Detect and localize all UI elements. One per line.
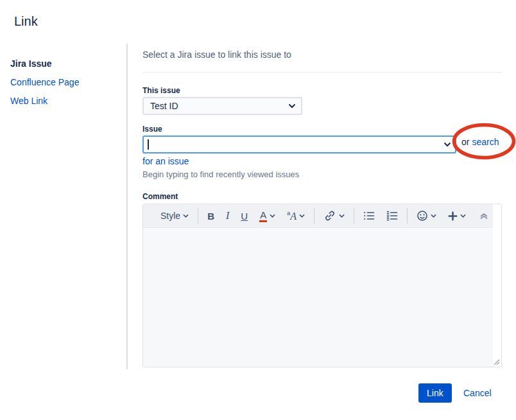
toolbar-separator	[314, 208, 314, 223]
text-cursor	[148, 139, 149, 150]
style-dropdown[interactable]: Style	[155, 204, 194, 227]
style-dropdown-label: Style	[160, 211, 180, 221]
chevron-down-icon	[443, 142, 451, 147]
collapse-toolbar-button[interactable]	[479, 204, 493, 227]
link-button[interactable]: Link	[418, 383, 452, 403]
sidebar-item-confluence-page[interactable]: Confluence Page	[10, 77, 79, 87]
text-color-dropdown[interactable]: A	[254, 204, 281, 227]
italic-icon: I	[226, 210, 229, 222]
chevron-down-icon	[288, 103, 296, 109]
text-color-icon: A	[259, 210, 267, 222]
font-size-icon: aA	[287, 210, 297, 222]
sidebar-item-jira-issue[interactable]: Jira Issue	[10, 58, 52, 69]
numbered-list-icon	[386, 211, 398, 221]
chevron-down-icon	[460, 214, 466, 218]
emoji-dropdown[interactable]	[411, 204, 442, 227]
italic-button[interactable]: I	[220, 204, 235, 227]
chevron-down-icon	[431, 214, 436, 218]
underline-icon: U	[241, 211, 248, 222]
bullet-list-button[interactable]	[357, 204, 381, 227]
underline-button[interactable]: U	[235, 204, 254, 227]
chevron-down-icon	[299, 214, 305, 218]
comment-editor: Style B I U A aA	[142, 204, 502, 367]
comment-textarea[interactable]	[143, 229, 493, 367]
dialog-description: Select a Jira issue to link this issue t…	[142, 49, 291, 60]
chevron-down-icon	[339, 214, 345, 218]
comment-label: Comment	[142, 192, 178, 201]
chevron-down-icon	[270, 214, 275, 218]
or-text: or	[461, 137, 469, 147]
dialog-title: Link	[14, 14, 38, 29]
horizontal-rule	[142, 72, 502, 73]
toolbar-separator	[198, 208, 198, 223]
cancel-button[interactable]: Cancel	[463, 388, 492, 398]
resize-handle-icon[interactable]	[492, 358, 500, 365]
issue-label: Issue	[142, 125, 162, 134]
font-size-dropdown[interactable]: aA	[281, 204, 311, 227]
collapse-toolbar-icon	[479, 212, 489, 220]
insert-more-dropdown[interactable]	[442, 204, 472, 227]
this-issue-label: This issue	[142, 86, 180, 95]
bullet-list-icon	[363, 211, 375, 221]
link-icon	[323, 209, 336, 222]
toolbar-separator	[354, 208, 354, 223]
plus-icon	[448, 211, 458, 221]
search-for-issue-link-wrap[interactable]: for an issue	[142, 156, 189, 166]
bold-icon: B	[207, 211, 214, 222]
issue-combobox-input[interactable]	[142, 136, 456, 153]
editor-scrollbar-gutter[interactable]	[493, 204, 501, 367]
sidebar-item-web-link[interactable]: Web Link	[10, 96, 47, 106]
insert-link-dropdown[interactable]	[318, 204, 350, 227]
or-search-text: orsearch	[461, 137, 499, 147]
toolbar-separator	[407, 208, 408, 223]
emoji-icon	[417, 210, 428, 222]
this-issue-select[interactable]: Test ID	[142, 97, 302, 115]
sidebar-divider	[126, 44, 128, 369]
editor-toolbar: Style B I U A aA	[143, 204, 493, 228]
chevron-down-icon	[183, 214, 189, 218]
search-for-issue-link[interactable]: search	[472, 137, 499, 147]
issue-helper-text: Begin typing to find recently viewed iss…	[142, 170, 299, 179]
bold-button[interactable]: B	[202, 204, 220, 227]
this-issue-selected-value: Test ID	[150, 101, 288, 111]
numbered-list-button[interactable]	[381, 204, 404, 227]
